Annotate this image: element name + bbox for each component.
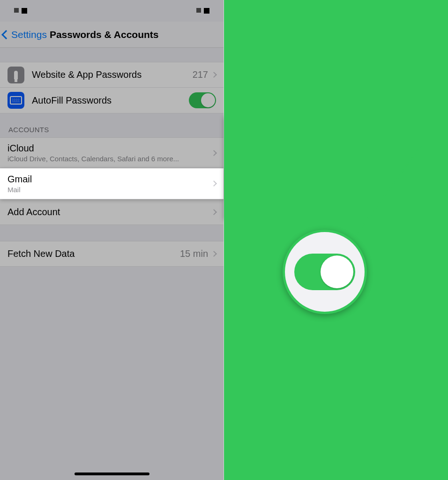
status-bar [224, 0, 448, 22]
chevron-right-icon [211, 72, 217, 78]
account-value-redacted [382, 80, 431, 90]
autofill-passwords-row[interactable]: AutoFill Passwords [0, 88, 224, 113]
zoom-callout [283, 230, 367, 314]
account-row[interactable]: Account [224, 72, 448, 98]
nav-bar: Settings Passwords & Accounts [0, 22, 224, 48]
chevron-left-icon [1, 30, 11, 39]
chevron-right-icon [211, 209, 217, 215]
status-bar [0, 0, 224, 22]
calendars-toggle[interactable] [413, 172, 440, 188]
mail-service-row[interactable]: Mail [224, 116, 448, 142]
row-label: Gmail [7, 174, 212, 185]
mail-toggle[interactable] [413, 121, 440, 137]
notes-service-row[interactable]: Notes [224, 194, 448, 219]
row-label: iCloud [7, 143, 212, 154]
row-value: 217 [193, 69, 208, 80]
delete-label-partial: unt [392, 246, 405, 256]
key-icon [7, 67, 24, 83]
accounts-group: iCloud iCloud Drive, Contacts, Calendars… [0, 137, 224, 225]
fetch-new-data-row[interactable]: Fetch New Data 15 min [0, 241, 224, 267]
account-group: Account [224, 72, 448, 98]
chevron-right-icon [211, 180, 217, 187]
gmail-row[interactable]: Gmail Mail [0, 168, 224, 199]
passwords-group: Website & App Passwords 217 AutoFill Pas… [0, 62, 224, 113]
back-button[interactable]: Accounts [227, 29, 276, 40]
nav-bar: Accounts Gmail [224, 22, 448, 48]
row-label: Account [231, 79, 382, 90]
chevron-left-icon [225, 30, 235, 39]
screen-passwords-accounts: Settings Passwords & Accounts Website & … [0, 0, 224, 480]
page-title: Passwords & Accounts [50, 29, 159, 40]
back-label: Accounts [235, 29, 276, 40]
row-value: 15 min [180, 248, 208, 259]
chevron-right-icon [435, 82, 441, 88]
row-label: Contacts [256, 150, 413, 160]
row-label: Website & App Passwords [32, 69, 193, 80]
row-label: Calendars [256, 175, 413, 186]
row-label: Mail [256, 124, 413, 135]
zoom-toggle-illustration [294, 254, 355, 290]
row-label: Add Account [7, 207, 212, 218]
screen-gmail-account: Accounts Gmail GMAIL Account Mail [224, 0, 448, 480]
back-label: Settings [11, 29, 47, 40]
notes-icon [231, 198, 248, 215]
chevron-right-icon [211, 150, 217, 156]
website-app-passwords-row[interactable]: Website & App Passwords 217 [0, 62, 224, 88]
calendar-icon [231, 172, 248, 189]
services-group: Mail Contacts Calendars Notes [224, 116, 448, 219]
add-account-row[interactable]: Add Account [0, 199, 224, 225]
row-sublabel: Mail [7, 186, 212, 194]
icloud-row[interactable]: iCloud iCloud Drive, Contacts, Calendars… [0, 137, 224, 168]
gmail-section-header: GMAIL [224, 48, 448, 72]
fetch-group: Fetch New Data 15 min [0, 241, 224, 267]
chevron-right-icon [211, 251, 217, 257]
home-indicator[interactable] [75, 472, 149, 475]
row-label: AutoFill Passwords [32, 95, 189, 106]
row-sublabel: iCloud Drive, Contacts, Calendars, Safar… [7, 155, 212, 163]
mail-icon [231, 121, 248, 138]
back-button[interactable]: Settings [3, 29, 47, 40]
notes-toggle[interactable] [413, 198, 440, 214]
row-label: Fetch New Data [7, 248, 180, 259]
contacts-toggle[interactable] [413, 147, 440, 163]
autofill-toggle[interactable] [189, 92, 216, 108]
contacts-service-row[interactable]: Contacts [224, 142, 448, 168]
home-indicator[interactable] [299, 472, 373, 475]
keyboard-icon [7, 92, 24, 109]
contacts-icon [231, 146, 248, 163]
calendars-service-row[interactable]: Calendars [224, 168, 448, 194]
row-label: Notes [256, 201, 413, 212]
accounts-section-header: ACCOUNTS [0, 113, 224, 137]
